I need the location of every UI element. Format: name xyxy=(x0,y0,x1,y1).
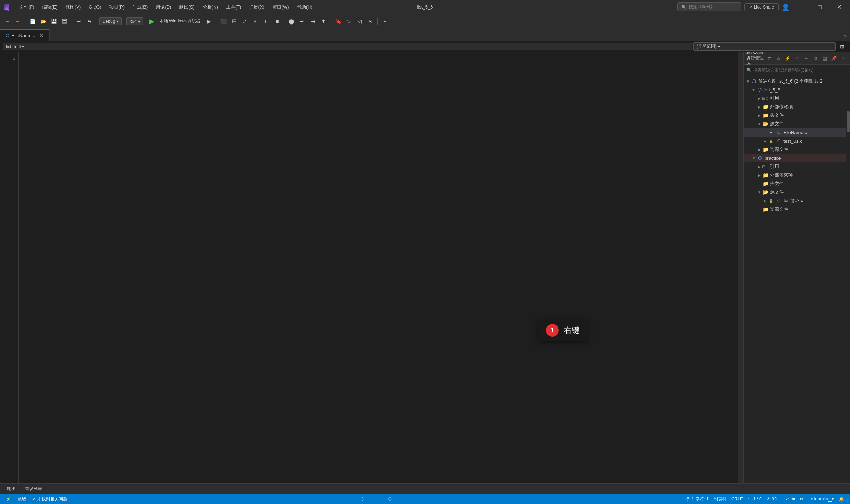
toolbar-btn-4[interactable]: ⊡ xyxy=(251,16,261,26)
error-list-tab[interactable]: 错误列表 xyxy=(21,484,46,493)
toolbar-btn-2[interactable] xyxy=(229,16,239,26)
menu-extensions[interactable]: 扩展(X) xyxy=(245,2,268,12)
toolbar-btn-6[interactable]: ⏹ xyxy=(272,16,282,26)
close-button[interactable]: ✕ xyxy=(831,1,847,13)
tree-project-practice[interactable]: ▼ ⬡ practice xyxy=(744,154,846,162)
menu-debug[interactable]: 调试(D) xyxy=(152,2,175,12)
toolbar-btn-1[interactable]: ⬛ xyxy=(219,16,229,26)
forward-button[interactable]: → xyxy=(13,16,23,26)
fraction-label: ↑↓ xyxy=(747,497,752,502)
se-refresh-button[interactable]: ⟳ xyxy=(793,54,801,62)
maximize-button[interactable]: □ xyxy=(812,1,828,13)
breadcrumb-project-dropdown[interactable]: list_5_6 ▾ xyxy=(3,43,692,50)
tree-project-list56[interactable]: ▼ ⬡ list_5_6 xyxy=(744,85,846,94)
run-alt-button[interactable]: ▶ xyxy=(204,16,214,26)
code-editor[interactable] xyxy=(19,52,738,483)
tree-test01-c[interactable]: ▶ 🔒 C test_01.c xyxy=(744,137,846,145)
tree-references-1[interactable]: ▶ ⊞□ 引用 xyxy=(744,94,846,103)
menu-file[interactable]: 文件(F) xyxy=(16,2,38,12)
menu-build[interactable]: 生成(B) xyxy=(129,2,151,12)
output-tab[interactable]: 输出 xyxy=(3,484,20,493)
scrollbar-thumb[interactable] xyxy=(847,111,850,132)
run-button[interactable]: ▶ xyxy=(148,17,156,26)
menu-git[interactable]: Git(G) xyxy=(85,3,105,11)
se-filter-button[interactable]: ⚡ xyxy=(784,54,792,62)
tree-external-deps-1[interactable]: ▶ 📁 外部依赖项 xyxy=(744,103,846,111)
undo-button[interactable]: ↩ xyxy=(74,16,84,26)
tree-source-files-1[interactable]: ▼ 📂 源文件 xyxy=(744,120,846,128)
tab-close-button[interactable]: ✕ xyxy=(39,32,44,39)
status-errors[interactable]: ⚠ 99+ xyxy=(765,497,781,502)
menu-test[interactable]: 测试(S) xyxy=(175,2,198,12)
status-git-icon[interactable]: ⚡ xyxy=(4,494,13,504)
status-notifications[interactable]: 🔔 xyxy=(837,497,846,502)
bookmark-next[interactable]: ▷ xyxy=(344,16,354,26)
live-share-button[interactable]: ↗ Live Share xyxy=(744,3,779,11)
status-git-branch[interactable]: ⎇ master xyxy=(782,497,806,502)
se-copy-button[interactable]: ⧉ xyxy=(812,54,819,62)
bell-icon: 🔔 xyxy=(839,497,844,502)
search-box[interactable]: 🔍 搜索 (Ctrl+Q) xyxy=(677,2,741,11)
status-fraction[interactable]: ↑↓ 1 / 0 xyxy=(745,497,764,502)
tree-solution-root[interactable]: ▼ ⬡ 解决方案 'list_5_6' (2 个项目, 共 2 xyxy=(744,77,846,85)
vertical-scrollbar[interactable] xyxy=(738,52,743,483)
toolbar-btn-5[interactable]: ⏸ xyxy=(261,16,271,26)
se-back-button[interactable]: ← xyxy=(802,54,810,62)
tree-references-2[interactable]: ▶ ⊞□ 引用 xyxy=(744,162,846,171)
tree-external-deps-2[interactable]: ▶ 📁 外部依赖项 xyxy=(744,171,846,179)
status-repo[interactable]: 🗂 learning_c xyxy=(807,497,836,502)
save-button[interactable]: 💾 xyxy=(49,16,59,26)
se-pin-button[interactable]: 📌 xyxy=(830,54,838,62)
status-tab-type[interactable]: 制表符 xyxy=(712,496,729,502)
bookmark-prev[interactable]: ◁ xyxy=(355,16,364,26)
toolbar-extra[interactable]: » xyxy=(380,16,390,26)
menu-edit[interactable]: 编辑(E) xyxy=(39,2,61,12)
menu-help[interactable]: 帮助(H) xyxy=(293,2,316,12)
menu-window[interactable]: 窗口(W) xyxy=(269,2,293,12)
se-sync-button[interactable]: ⇄ xyxy=(765,54,773,62)
se-close-button[interactable]: ✕ xyxy=(839,54,847,62)
status-no-issues[interactable]: ✓ 未找到相关问题 xyxy=(30,494,69,504)
tree-resources-1[interactable]: ▶ 📁 资源文件 xyxy=(744,145,846,154)
debug-config-dropdown[interactable]: Debug ▾ xyxy=(99,17,122,25)
bookmark-clear[interactable]: ✕ xyxy=(365,16,375,26)
tree-headers-2[interactable]: 📁 头文件 xyxy=(744,179,846,188)
breadcrumb-scope-dropdown[interactable]: (全局范围) ▾ xyxy=(693,42,836,51)
editor-tab-filename[interactable]: C FileName.c ✕ xyxy=(0,29,50,41)
se-home-button[interactable]: ⌂ xyxy=(775,54,782,62)
menu-analyze[interactable]: 分析(N) xyxy=(199,2,222,12)
user-icon[interactable]: 👤 xyxy=(782,3,789,11)
menu-project[interactable]: 项目(P) xyxy=(106,2,128,12)
breadcrumb-bar: list_5_6 ▾ (全局范围) ▾ ⊞ xyxy=(0,41,850,52)
new-file-button[interactable]: 📄 xyxy=(27,16,37,26)
tree-resources-2[interactable]: 📁 资源文件 xyxy=(744,205,846,214)
tab-settings-button[interactable]: ⚙ xyxy=(840,31,850,41)
tree-source-files-2[interactable]: ▼ 📂 源文件 xyxy=(744,188,846,196)
back-button[interactable]: ← xyxy=(2,16,12,26)
platform-dropdown[interactable]: x64 ▾ xyxy=(126,17,143,25)
solution-explorer-scrollbar[interactable] xyxy=(846,75,850,483)
tree-headers-1[interactable]: ▶ 📁 头文件 xyxy=(744,111,846,120)
toolbar-btn-7[interactable]: ⬤ xyxy=(287,16,297,26)
status-line-ending[interactable]: CRLF xyxy=(729,497,745,502)
status-ready[interactable]: 就绪 xyxy=(15,494,28,504)
toolbar-btn-3[interactable]: ↗ xyxy=(240,16,250,26)
split-editor-button[interactable]: ⊞ xyxy=(837,42,847,52)
se-collapse-button[interactable]: ▤ xyxy=(821,54,829,62)
menu-view[interactable]: 视图(V) xyxy=(62,2,84,12)
redo-button[interactable]: ↪ xyxy=(85,16,95,26)
bookmark-button[interactable]: 🔖 xyxy=(333,16,343,26)
menu-tools[interactable]: 工具(T) xyxy=(222,2,245,12)
toolbar-btn-9[interactable]: ⇥ xyxy=(308,16,318,26)
open-button[interactable]: 📂 xyxy=(38,16,48,26)
save-all-button[interactable] xyxy=(59,16,69,26)
se-search-input[interactable] xyxy=(753,68,847,73)
toolbar-btn-10[interactable]: ⬆ xyxy=(319,16,329,26)
svg-rect-2 xyxy=(63,22,66,23)
tree-filename-c[interactable]: ▶ + C FileName.c xyxy=(744,128,846,137)
external-deps-2-label: 外部依赖项 xyxy=(770,172,793,178)
tree-for-c[interactable]: ▶ 🔒 C for 循环.c xyxy=(744,196,846,205)
minimize-button[interactable]: ─ xyxy=(792,1,809,13)
status-line-col[interactable]: 行: 1 字符: 1 xyxy=(683,496,711,502)
toolbar-btn-8[interactable]: ↵ xyxy=(297,16,307,26)
